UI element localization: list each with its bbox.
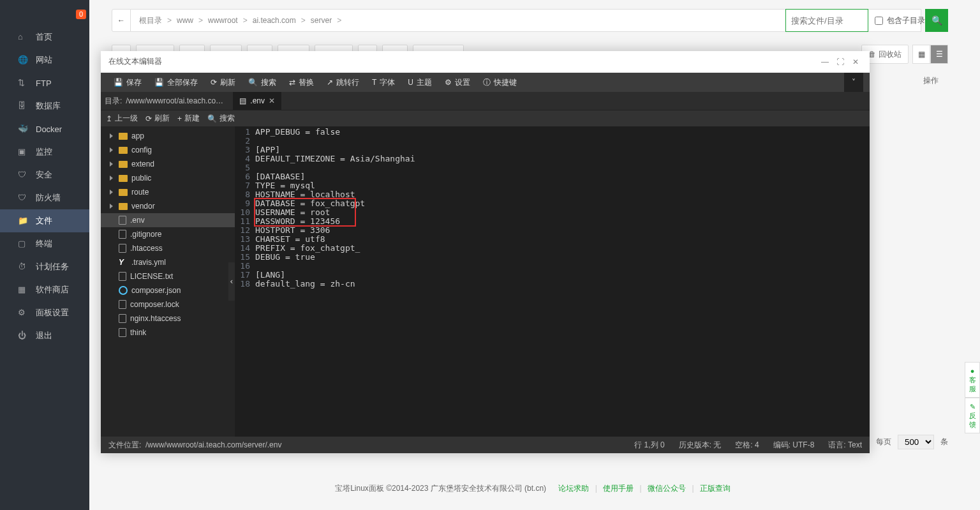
caret-icon bbox=[110, 161, 115, 167]
indent-spaces[interactable]: 空格: 4 bbox=[735, 440, 759, 451]
grid-view-button[interactable]: ▦ bbox=[912, 45, 930, 64]
breadcrumb-segment[interactable]: wwwroot bbox=[208, 16, 238, 25]
encoding[interactable]: 编码: UTF-8 bbox=[773, 440, 815, 451]
side-tab-feedback[interactable]: ✎反馈 bbox=[965, 398, 980, 433]
breadcrumb-segment[interactable]: ai.teach.com bbox=[253, 16, 296, 25]
nav-settings[interactable]: ⚙面板设置 bbox=[0, 301, 89, 324]
footer-link[interactable]: 使用手册 bbox=[603, 484, 634, 493]
toolbar-saveall-button[interactable]: 💾全部保存 bbox=[148, 73, 204, 92]
breadcrumb-segment[interactable]: www bbox=[177, 16, 193, 25]
nav-firewall[interactable]: 🛡防火墙 bbox=[0, 186, 89, 209]
tree-item[interactable]: think bbox=[101, 326, 235, 340]
per-page-select[interactable]: 500 bbox=[898, 435, 934, 449]
save-icon: 💾 bbox=[114, 78, 123, 87]
toolbar-label: 搜索 bbox=[261, 77, 276, 88]
breadcrumb-separator: > bbox=[167, 16, 172, 25]
toolbar-refresh-button[interactable]: ⟳刷新 bbox=[204, 73, 242, 92]
history-version[interactable]: 历史版本: 无 bbox=[679, 440, 722, 451]
list-view-button[interactable]: ☰ bbox=[930, 45, 948, 64]
nav-store[interactable]: ▦软件商店 bbox=[0, 278, 89, 301]
copyright-text: 宝塔Linux面板 ©2014-2023 广东堡塔安全技术有限公司 (bt.cn… bbox=[335, 484, 546, 493]
toolbar-label: 快捷键 bbox=[494, 77, 517, 88]
tree-item[interactable]: LICENSE.txt bbox=[101, 269, 235, 283]
tree-item[interactable]: .gitignore bbox=[101, 227, 235, 241]
search-input[interactable] bbox=[785, 9, 868, 32]
tree-item[interactable]: Y.travis.yml bbox=[101, 255, 235, 269]
breadcrumb-segment[interactable]: 根目录 bbox=[139, 15, 162, 26]
include-subdir-checkbox[interactable] bbox=[875, 17, 883, 25]
search-button[interactable]: 🔍 bbox=[925, 9, 948, 32]
footer-link[interactable]: 正版查询 bbox=[700, 484, 731, 493]
tree-item[interactable]: config bbox=[101, 143, 235, 157]
tree-item[interactable]: nginx.htaccess bbox=[101, 311, 235, 326]
theme-icon: U bbox=[408, 78, 413, 87]
tree-item[interactable]: vendor bbox=[101, 199, 235, 213]
per-page-unit: 条 bbox=[940, 437, 948, 447]
code-area[interactable]: ‹ 123456789101112131415161718 APP_DEBUG … bbox=[235, 126, 870, 437]
language[interactable]: 语言: Text bbox=[828, 440, 862, 451]
tree-item[interactable]: .htaccess bbox=[101, 241, 235, 255]
search-wrap: 包含子目录 🔍 bbox=[785, 9, 948, 32]
folder-icon bbox=[119, 147, 128, 154]
nav-db[interactable]: 🗄数据库 bbox=[0, 94, 89, 117]
refresh-tree-button[interactable]: ⟳ 刷新 bbox=[145, 113, 170, 124]
nav-task[interactable]: ⏱计划任务 bbox=[0, 255, 89, 278]
row-col: 行 1,列 0 bbox=[634, 440, 664, 451]
tree-item[interactable]: composer.lock bbox=[101, 297, 235, 311]
toolbar-settings-button[interactable]: ⚙设置 bbox=[438, 73, 477, 92]
folder-icon bbox=[119, 189, 128, 196]
maximize-button[interactable]: ⛶ bbox=[834, 56, 847, 68]
toolbar-label: 字体 bbox=[380, 77, 395, 88]
toolbar-search-button[interactable]: 🔍搜索 bbox=[242, 73, 283, 92]
toolbar-font-button[interactable]: T字体 bbox=[366, 73, 401, 92]
minimize-button[interactable]: — bbox=[819, 56, 831, 68]
tree-item[interactable]: .env bbox=[101, 213, 235, 227]
refresh-icon: ⟳ bbox=[211, 78, 217, 87]
toolbar-theme-button[interactable]: U主题 bbox=[401, 73, 438, 92]
toolbar-dropdown[interactable]: ˅ bbox=[844, 73, 863, 92]
close-tab-icon[interactable]: ✕ bbox=[269, 96, 275, 105]
toolbar-replace-button[interactable]: ⇄替换 bbox=[283, 73, 320, 92]
footer-link[interactable]: 论坛求助 bbox=[558, 484, 589, 493]
nav-ftp[interactable]: ⇅FTP bbox=[0, 71, 89, 94]
saveall-icon: 💾 bbox=[154, 78, 164, 87]
nav-label: 终端 bbox=[36, 238, 52, 250]
toolbar-hotkey-button[interactable]: ⓘ快捷键 bbox=[477, 73, 523, 92]
nav-label: 首页 bbox=[36, 31, 52, 43]
nav-shield[interactable]: 🛡安全 bbox=[0, 163, 89, 186]
nav-monitor[interactable]: ▣监控 bbox=[0, 140, 89, 163]
footer-link[interactable]: 微信公众号 bbox=[648, 484, 686, 493]
toolbar-save-button[interactable]: 💾保存 bbox=[107, 73, 148, 92]
folder-icon bbox=[119, 203, 128, 210]
tree-item[interactable]: route bbox=[101, 185, 235, 199]
notification-badge[interactable]: 0 bbox=[76, 10, 86, 19]
nav-logout[interactable]: ⏻退出 bbox=[0, 324, 89, 347]
nav-globe[interactable]: 🌐网站 bbox=[0, 49, 89, 71]
nav-file[interactable]: 📁文件 bbox=[0, 209, 89, 232]
side-tab-support[interactable]: ●客服 bbox=[965, 362, 980, 398]
code-lines[interactable]: APP_DEBUG = false[APP]DEFAULT_TIMEZONE =… bbox=[254, 126, 870, 437]
toolbar-goto-button[interactable]: ↗跳转行 bbox=[320, 73, 366, 92]
include-subdir-label[interactable]: 包含子目录 bbox=[868, 15, 925, 26]
nav-home[interactable]: ⌂首页 bbox=[0, 26, 89, 49]
collapse-tree-button[interactable]: ‹ bbox=[228, 262, 235, 301]
search-tree-button[interactable]: 🔍 搜索 bbox=[207, 113, 235, 124]
tree-item[interactable]: app bbox=[101, 129, 235, 143]
tree-item-label: .htaccess bbox=[130, 244, 163, 253]
close-button[interactable]: ✕ bbox=[849, 56, 862, 68]
file-tab[interactable]: ▤ .env ✕ bbox=[233, 92, 281, 110]
shield-icon: 🛡 bbox=[18, 170, 28, 180]
breadcrumb-segment[interactable]: server bbox=[311, 16, 332, 25]
include-subdir-text: 包含子目录 bbox=[887, 15, 925, 26]
nav-terminal[interactable]: ▢终端 bbox=[0, 232, 89, 255]
nav-docker[interactable]: 🐳Docker bbox=[0, 117, 89, 140]
tree-item[interactable]: public bbox=[101, 171, 235, 185]
up-dir-button[interactable]: ↥ 上一级 bbox=[106, 113, 138, 124]
db-icon: 🗄 bbox=[18, 101, 28, 111]
back-button[interactable]: ← bbox=[112, 9, 131, 32]
new-file-button[interactable]: + 新建 bbox=[177, 113, 200, 124]
json-icon bbox=[119, 286, 128, 295]
tree-item[interactable]: extend bbox=[101, 157, 235, 171]
tree-item[interactable]: composer.json bbox=[101, 283, 235, 297]
sidebar: 0 ⌂首页🌐网站⇅FTP🗄数据库🐳Docker▣监控🛡安全🛡防火墙📁文件▢终端⏱… bbox=[0, 0, 89, 510]
